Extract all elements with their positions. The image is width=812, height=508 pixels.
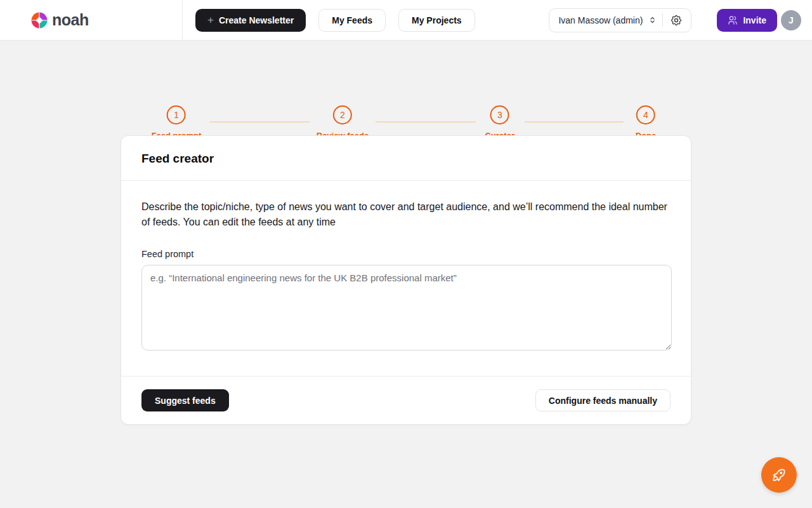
- noah-logo-icon: [30, 11, 48, 29]
- rocket-fab-button[interactable]: [761, 457, 797, 493]
- chevron-up-down-icon: [648, 15, 657, 25]
- plus-icon: +: [207, 15, 214, 25]
- step-connector: [376, 121, 476, 123]
- users-icon: [728, 15, 738, 25]
- step-number: 1: [167, 105, 186, 124]
- invite-label: Invite: [743, 15, 766, 25]
- logo-text: noah: [52, 11, 89, 29]
- configure-feeds-manually-button[interactable]: Configure feeds manually: [535, 389, 671, 411]
- feed-prompt-input[interactable]: [141, 265, 672, 351]
- account-selector-value: Ivan Massow (admin): [558, 15, 643, 25]
- card-body: Describe the topic/niche, type of news y…: [121, 181, 691, 376]
- page-title: Feed creator: [141, 152, 671, 166]
- suggest-feeds-button[interactable]: Suggest feeds: [141, 389, 229, 411]
- suggest-feeds-label: Suggest feeds: [155, 396, 216, 406]
- my-projects-button[interactable]: My Projects: [398, 9, 475, 32]
- card-header: Feed creator: [121, 136, 691, 181]
- gear-icon[interactable]: [668, 12, 684, 29]
- logo-area: noah: [0, 0, 183, 40]
- step-number: 4: [636, 105, 655, 124]
- my-feeds-button[interactable]: My Feeds: [318, 9, 386, 32]
- create-newsletter-label: Create Newsletter: [219, 15, 294, 25]
- step-number: 3: [490, 105, 509, 124]
- header-nav: + Create Newsletter My Feeds My Projects: [183, 9, 475, 32]
- step-connector: [525, 121, 624, 123]
- account-selector[interactable]: Ivan Massow (admin): [549, 8, 691, 32]
- divider: [662, 13, 663, 27]
- avatar-initial: J: [789, 15, 794, 25]
- card-footer: Suggest feeds Configure feeds manually: [121, 376, 691, 424]
- my-feeds-label: My Feeds: [332, 15, 372, 25]
- create-newsletter-button[interactable]: + Create Newsletter: [195, 9, 306, 32]
- my-projects-label: My Projects: [412, 15, 462, 25]
- avatar[interactable]: J: [781, 10, 801, 30]
- configure-feeds-manually-label: Configure feeds manually: [549, 396, 657, 406]
- step-number: 2: [333, 105, 352, 124]
- step-connector: [209, 121, 310, 123]
- wizard-stepper: 1 Feed prompt 2 Review feeds 3 Curator 4…: [0, 41, 812, 110]
- noah-logo[interactable]: noah: [30, 11, 89, 29]
- header-right: Ivan Massow (admin): [549, 8, 812, 32]
- feed-prompt-label: Feed prompt: [141, 249, 671, 259]
- invite-button[interactable]: Invite: [717, 9, 777, 32]
- app-header: noah + Create Newsletter My Feeds My Pro…: [0, 0, 812, 41]
- feed-creator-card: Feed creator Describe the topic/niche, t…: [121, 135, 691, 425]
- rocket-icon: [771, 467, 787, 483]
- card-description: Describe the topic/niche, type of news y…: [141, 199, 671, 230]
